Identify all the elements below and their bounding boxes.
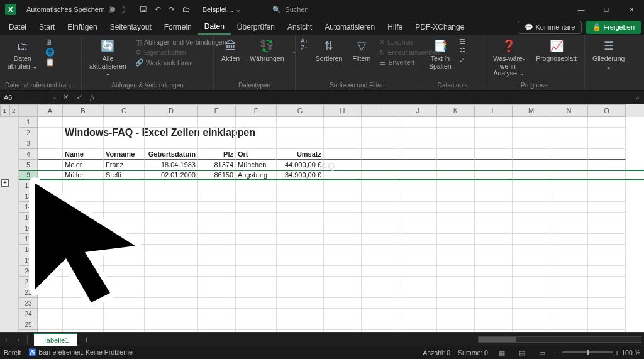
cell[interactable] [277, 234, 324, 245]
cell[interactable] [104, 191, 145, 202]
cell[interactable] [145, 330, 198, 332]
cell[interactable] [236, 138, 277, 149]
cell[interactable] [550, 234, 588, 245]
row-header[interactable]: 9 [19, 171, 38, 179]
cell[interactable] [277, 309, 324, 319]
cell[interactable] [550, 138, 588, 149]
cell[interactable] [38, 298, 63, 309]
toggle-off-icon[interactable] [109, 6, 125, 13]
cell[interactable] [437, 234, 475, 245]
cell[interactable] [198, 277, 236, 287]
cell[interactable] [513, 245, 550, 255]
cell[interactable] [324, 277, 362, 287]
cell[interactable] [63, 255, 104, 266]
tab-start[interactable]: Start [33, 20, 61, 34]
cell[interactable] [38, 128, 63, 138]
cell[interactable] [437, 319, 475, 330]
col-header-H[interactable]: H [324, 104, 362, 117]
close-button[interactable]: ✕ [619, 0, 644, 19]
cell[interactable] [277, 223, 324, 234]
row-header[interactable]: 25 [19, 319, 38, 330]
cell[interactable] [236, 245, 277, 255]
tab-daten[interactable]: Daten [198, 19, 231, 35]
cell[interactable] [236, 180, 277, 191]
cell[interactable] [324, 213, 362, 223]
cell[interactable] [437, 149, 475, 160]
cell[interactable] [277, 255, 324, 266]
cell[interactable] [277, 277, 324, 287]
row-header[interactable]: 3 [19, 138, 38, 149]
cell[interactable] [63, 213, 104, 223]
cell[interactable] [324, 309, 362, 319]
cell[interactable] [63, 180, 104, 191]
row-header[interactable]: 23 [19, 298, 38, 309]
cell[interactable] [399, 138, 437, 149]
cell[interactable] [475, 330, 513, 332]
cell[interactable] [277, 138, 324, 149]
cell[interactable] [399, 245, 437, 255]
cell[interactable] [324, 180, 362, 191]
col-header-C[interactable]: C [104, 104, 145, 117]
cell[interactable] [324, 330, 362, 332]
sheet-nav-prev[interactable]: ‹ [0, 336, 13, 343]
cell[interactable]: 02.01.2000 [145, 171, 198, 179]
cell[interactable] [399, 117, 437, 128]
cell[interactable] [324, 128, 362, 138]
cell[interactable] [437, 277, 475, 287]
cell[interactable] [475, 171, 513, 179]
cell[interactable] [145, 202, 198, 213]
cell[interactable] [475, 138, 513, 149]
cell[interactable] [399, 234, 437, 245]
cell[interactable] [399, 266, 437, 277]
cell[interactable] [63, 234, 104, 245]
cell[interactable] [362, 223, 399, 234]
minimize-button[interactable]: — [569, 0, 594, 19]
cell[interactable] [198, 180, 236, 191]
cell[interactable] [277, 330, 324, 332]
forecast-button[interactable]: 📈Prognoseblatt [533, 38, 579, 64]
tab-datei[interactable]: Datei [3, 20, 33, 34]
cell[interactable] [236, 277, 277, 287]
cell[interactable] [145, 266, 198, 277]
tab-hilfe[interactable]: Hilfe [381, 20, 409, 34]
expand-formula-bar[interactable]: ⌄ [631, 93, 644, 101]
cell[interactable] [104, 298, 145, 309]
filter-button[interactable]: ▽Filtern [350, 38, 373, 64]
row-header[interactable]: 26 [19, 330, 38, 332]
view-layout-icon[interactable]: ▤ [516, 349, 528, 356]
cell[interactable] [475, 180, 513, 191]
cell[interactable] [236, 266, 277, 277]
cell[interactable] [437, 191, 475, 202]
col-header-O[interactable]: O [588, 104, 626, 117]
cell[interactable] [63, 319, 104, 330]
cell[interactable] [588, 149, 626, 160]
cell[interactable] [362, 117, 399, 128]
cell[interactable] [324, 266, 362, 277]
cell[interactable] [324, 255, 362, 266]
refresh-all-button[interactable]: 🔄Alle aktualisieren ⌄ [87, 38, 129, 79]
cell[interactable]: Geburtsdatum [145, 149, 198, 160]
cell[interactable] [198, 287, 236, 298]
cell[interactable] [475, 223, 513, 234]
cell[interactable] [198, 245, 236, 255]
cell[interactable] [236, 202, 277, 213]
cell[interactable] [475, 309, 513, 319]
cell[interactable] [38, 160, 63, 170]
cell[interactable] [38, 117, 63, 128]
cell[interactable] [63, 138, 104, 149]
cell[interactable] [588, 160, 626, 170]
cell[interactable] [399, 287, 437, 298]
cell[interactable] [104, 245, 145, 255]
col-header-J[interactable]: J [399, 104, 437, 117]
cell[interactable] [588, 191, 626, 202]
cell[interactable] [399, 191, 437, 202]
cell[interactable] [550, 245, 588, 255]
cell[interactable] [277, 180, 324, 191]
row-header[interactable]: 21 [19, 277, 38, 287]
col-header-E[interactable]: E [198, 104, 236, 117]
cell[interactable] [362, 266, 399, 277]
cell[interactable] [362, 171, 399, 179]
cell[interactable] [63, 202, 104, 213]
cell[interactable] [38, 149, 63, 160]
cell[interactable] [513, 213, 550, 223]
